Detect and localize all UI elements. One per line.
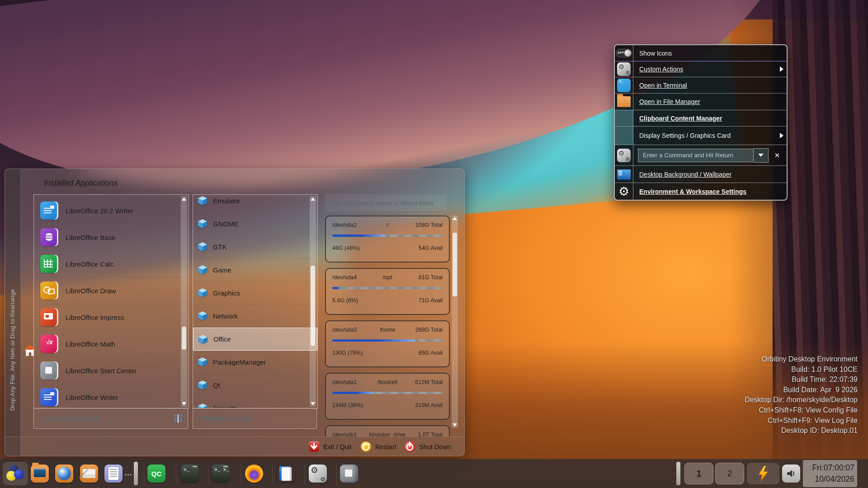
app-label: LibreOffice Math: [66, 340, 115, 348]
menu-item-custom-actions[interactable]: ⚙⚙ Custom Actions: [615, 61, 787, 77]
category-row-graphics[interactable]: Graphics: [193, 282, 317, 305]
terminal-icon: >_: [615, 77, 633, 93]
system-info-line: Orbitiny Desktop Environment: [745, 354, 858, 365]
category-row-game[interactable]: Game: [193, 258, 317, 282]
menu-item-label: Custom Actions: [639, 66, 683, 73]
scroll-up-icon[interactable]: [311, 197, 315, 201]
scrollbar-thumb[interactable]: [311, 266, 315, 346]
category-row-gtk[interactable]: GTK: [193, 235, 317, 258]
start-center-button[interactable]: [339, 464, 359, 483]
shut-down-button[interactable]: Shut Down: [405, 437, 451, 456]
file-manager-button[interactable]: [30, 464, 50, 483]
terminal-multi-button[interactable]: >_ >_: [211, 464, 231, 483]
app-list-scrollbar[interactable]: [181, 196, 187, 407]
volume-button[interactable]: [782, 465, 800, 483]
menu-item-environment-settings[interactable]: ⚙ Environment & Workspace Settings: [615, 183, 787, 200]
workspace-2-button[interactable]: 2: [715, 463, 744, 484]
text-editor-button[interactable]: [104, 464, 123, 483]
category-label: Game: [213, 266, 231, 274]
documents-button[interactable]: [276, 464, 296, 483]
category-row-office[interactable]: Office: [193, 328, 317, 351]
app-label: LibreOffice Start Center: [66, 367, 137, 375]
app-list: LibreOffice 26.2 Writer LibreOffice Base…: [33, 194, 189, 408]
power-profile-button[interactable]: [747, 463, 779, 484]
scroll-down-icon[interactable]: [182, 402, 186, 405]
category-row-packagemanager[interactable]: PackageManager: [193, 351, 317, 374]
system-info-line: Ctrl+Shift+F9: View Log File: [745, 416, 858, 426]
system-info-line: Build: 1.0 Pilot 10CE: [745, 365, 858, 375]
firefox-button[interactable]: [244, 464, 264, 483]
drop-zone-strip[interactable]: Drop Any File, Any Item or Drag to Rearr…: [5, 169, 21, 456]
command-history-dropdown-button[interactable]: [754, 148, 769, 163]
clock-widget[interactable]: Fri:07:00:07 10/04/2026: [803, 460, 857, 487]
app-row-libreoffice-draw[interactable]: LibreOffice Draw: [34, 277, 189, 304]
folder-icon: [615, 94, 633, 110]
orb-icon: [5, 464, 25, 483]
category-row-security[interactable]: Security: [193, 397, 317, 408]
app-row-libreoffice-base[interactable]: LibreOffice Base: [34, 224, 189, 251]
web-browser-button[interactable]: [54, 464, 74, 483]
disk-total: 1.0T Total: [406, 432, 443, 436]
disk-used: 190G (75%): [332, 350, 387, 356]
workspace-1-button[interactable]: 1: [684, 463, 713, 484]
restart-button[interactable]: Restart: [361, 437, 396, 456]
category-cube-icon: [198, 311, 208, 321]
libreoffice-writer-icon: [40, 202, 58, 220]
libreoffice-impress-icon: [40, 308, 58, 326]
disk-mount: /opt: [371, 274, 404, 281]
category-label: Emulator: [213, 197, 240, 205]
scrollbar-thumb[interactable]: [182, 327, 186, 350]
app-row-libreoffice-math[interactable]: √x LibreOffice Math: [34, 331, 189, 357]
taskbar-divider: [676, 462, 680, 485]
disk-list-scrollbar[interactable]: [452, 216, 458, 428]
power-icon: [405, 441, 415, 452]
disk-filter-input[interactable]: [326, 200, 447, 206]
category-search-input[interactable]: [193, 415, 316, 422]
menu-item-label: Clipboard Content Manager: [639, 115, 722, 122]
settings-button[interactable]: ⚙⚙: [308, 464, 328, 483]
menu-item-clipboard-content-manager[interactable]: Clipboard Content Manager: [615, 110, 787, 126]
qc-app-button[interactable]: QC: [146, 464, 166, 483]
desktop: Orbitiny Desktop Environment Build: 1.0 …: [0, 0, 868, 488]
application-search-box: [33, 408, 188, 429]
math-glyph: √x: [40, 338, 58, 346]
scroll-down-icon[interactable]: [311, 402, 315, 405]
menu-icon-cell: [615, 127, 633, 145]
category-row-gnome[interactable]: GNOME: [193, 212, 317, 235]
app-row-libreoffice-calc[interactable]: LibreOffice Calc: [34, 251, 189, 277]
app-launcher-orb-button[interactable]: [5, 464, 25, 483]
command-input[interactable]: [638, 149, 754, 162]
taskbar-overflow-button[interactable]: ...: [125, 469, 132, 477]
menu-item-open-in-file-manager[interactable]: Open in File Manager: [615, 93, 787, 110]
app-row-libreoffice-262-writer[interactable]: LibreOffice 26.2 Writer: [34, 197, 189, 224]
menu-item-display-settings[interactable]: Display Settings / Graphics Card: [615, 126, 787, 145]
scroll-up-icon[interactable]: [453, 217, 457, 220]
terminal-button[interactable]: >_: [180, 464, 200, 483]
app-row-libreoffice-impress[interactable]: LibreOffice Impress: [34, 304, 189, 331]
system-info-line: Desktop ID: Desktop.01: [745, 426, 858, 436]
menu-item-desktop-background[interactable]: Desktop Background / Wallpaper: [615, 165, 787, 183]
category-row-qt[interactable]: Qt: [193, 374, 317, 397]
category-row-network[interactable]: Network: [193, 305, 317, 328]
application-search-input[interactable]: [34, 415, 175, 422]
command-clear-button[interactable]: ✕: [771, 149, 783, 162]
exit-quit-button[interactable]: Exit / Quit: [309, 437, 352, 456]
menu-item-show-icons[interactable]: OFF Show Icons: [615, 45, 787, 61]
app-row-libreoffice-writer[interactable]: LibreOffice Writer: [34, 384, 189, 408]
search-columns-icon[interactable]: [175, 415, 182, 422]
disk-total: 512M Total: [404, 379, 443, 385]
libreoffice-calc-icon: [40, 255, 58, 273]
scrollbar-thumb[interactable]: [453, 233, 457, 296]
app-row-libreoffice-start-center[interactable]: LibreOffice Start Center: [34, 357, 189, 384]
email-button[interactable]: [79, 464, 99, 483]
scroll-down-icon[interactable]: [453, 423, 457, 427]
drop-hint-label: Drop Any File, Any Item or Drag to Rearr…: [9, 289, 16, 411]
gears-icon: ⚙⚙: [615, 61, 633, 77]
menu-item-open-in-terminal[interactable]: >_ Open in Terminal: [615, 77, 787, 93]
restart-icon: [361, 441, 371, 452]
category-row-emulator[interactable]: Emulator: [193, 194, 317, 212]
toggle-off-icon[interactable]: OFF: [615, 45, 633, 61]
scroll-up-icon[interactable]: [182, 197, 186, 201]
category-list-scrollbar[interactable]: [310, 196, 316, 407]
disk-used: 5.6G (8%): [332, 297, 387, 304]
